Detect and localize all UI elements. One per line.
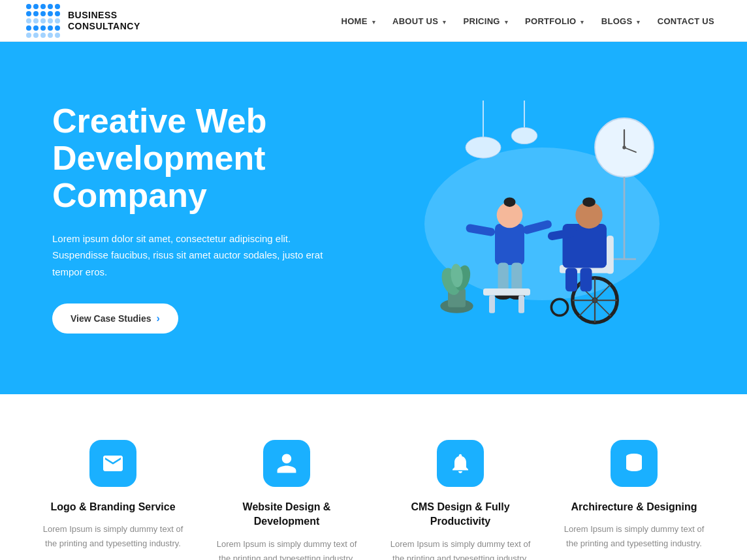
logo: BUSINESS CONSULTANCY <box>26 4 140 38</box>
service-card-webdesign: Website Design & Development Lorem Ipsum… <box>213 440 360 560</box>
service-icon-envelope <box>89 440 136 487</box>
database-icon <box>622 452 646 475</box>
chevron-down-icon: ▾ <box>372 19 375 25</box>
navbar: BUSINESS CONSULTANCY HOME ▾ ABOUT US ▾ P… <box>0 0 747 42</box>
nav-item-about[interactable]: ABOUT US ▾ <box>386 15 453 27</box>
svg-rect-41 <box>565 268 577 292</box>
service-icon-bell <box>437 440 484 487</box>
nav-link-home[interactable]: HOME ▾ <box>335 12 382 30</box>
envelope-icon <box>101 452 125 475</box>
nav-item-blogs[interactable]: BLOGS ▾ <box>595 15 647 27</box>
svg-rect-16 <box>495 224 524 265</box>
service-card-cms: CMS Design & Fully Productivity Lorem Ip… <box>387 440 534 560</box>
hero-illustration <box>366 81 695 355</box>
nav-links: HOME ▾ ABOUT US ▾ PRICING ▾ PORTFOLIO ▾ <box>335 15 721 27</box>
service-icon-user <box>263 440 310 487</box>
brand-name: BUSINESS CONSULTANCY <box>68 10 140 32</box>
service-card-architecture: Archirecture & Designing Lorem Ipsum is … <box>560 440 708 560</box>
arrow-icon: › <box>156 313 159 324</box>
svg-point-18 <box>504 198 516 207</box>
svg-rect-36 <box>607 236 614 274</box>
service-icon-database <box>611 440 658 487</box>
service-desc-cms: Lorem Ipsum is simply dummy text of the … <box>387 537 534 560</box>
service-title-branding: Logo & Branding Service <box>50 500 175 514</box>
hero-section: Creative Web Development Company Lorem i… <box>0 42 747 394</box>
hero-description: Lorem ipsum dolor sit amet, consectetur … <box>52 230 326 281</box>
nav-item-home[interactable]: HOME ▾ <box>335 15 382 27</box>
service-desc-branding: Lorem Ipsum is simply dummy text of the … <box>39 522 187 551</box>
nav-link-about[interactable]: ABOUT US ▾ <box>386 12 453 30</box>
nav-link-blogs[interactable]: BLOGS ▾ <box>595 12 647 30</box>
svg-point-8 <box>622 146 626 149</box>
hero-content: Creative Web Development Company Lorem i… <box>52 102 366 334</box>
svg-rect-42 <box>580 268 592 292</box>
nav-link-pricing[interactable]: PRICING ▾ <box>456 12 515 30</box>
hero-illustration-svg <box>366 81 695 355</box>
service-title-cms: CMS Design & Fully Productivity <box>387 500 534 529</box>
service-title-architecture: Archirecture & Designing <box>571 500 697 514</box>
chevron-down-icon: ▾ <box>443 19 446 25</box>
svg-rect-25 <box>483 288 530 296</box>
service-title-webdesign: Website Design & Development <box>213 500 360 529</box>
svg-rect-27 <box>518 296 524 313</box>
nav-item-portfolio[interactable]: PORTFOLIO ▾ <box>518 15 591 27</box>
nav-link-contact[interactable]: CONTACT US <box>651 12 721 30</box>
bell-icon <box>449 452 472 475</box>
hero-title: Creative Web Development Company <box>52 102 366 215</box>
user-icon <box>275 452 298 475</box>
logo-dots-icon <box>26 4 60 38</box>
chevron-down-icon: ▾ <box>637 19 640 25</box>
service-desc-webdesign: Lorem Ipsum is simply dummy text of the … <box>213 537 360 560</box>
services-section: Logo & Branding Service Lorem Ipsum is s… <box>0 394 747 560</box>
svg-point-2 <box>466 137 501 158</box>
view-case-studies-button[interactable]: View Case Studies › <box>52 303 178 334</box>
nav-item-contact[interactable]: CONTACT US <box>651 15 721 27</box>
chevron-down-icon: ▾ <box>580 19 584 25</box>
svg-point-34 <box>551 299 567 315</box>
svg-point-39 <box>582 198 596 207</box>
chevron-down-icon: ▾ <box>505 19 508 25</box>
svg-point-4 <box>511 127 537 144</box>
services-grid: Logo & Branding Service Lorem Ipsum is s… <box>39 440 708 560</box>
service-desc-architecture: Lorem Ipsum is simply dummy text of the … <box>560 522 708 551</box>
service-card-branding: Logo & Branding Service Lorem Ipsum is s… <box>39 440 187 560</box>
nav-item-pricing[interactable]: PRICING ▾ <box>456 15 515 27</box>
nav-link-portfolio[interactable]: PORTFOLIO ▾ <box>518 12 591 30</box>
svg-rect-26 <box>489 296 495 313</box>
